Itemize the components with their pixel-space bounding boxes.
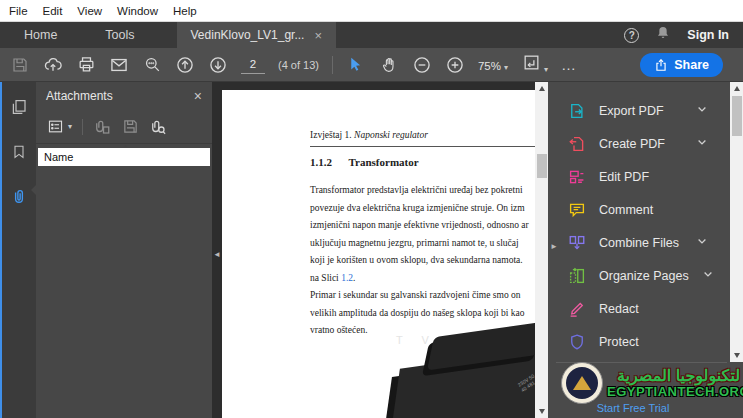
search-attachments-icon[interactable] — [149, 118, 167, 136]
zoom-in-icon[interactable] — [445, 55, 465, 75]
chevron-down-icon[interactable]: ▾ — [68, 122, 72, 131]
chevron-down-icon[interactable] — [696, 235, 708, 250]
scrollbar-thumb[interactable] — [537, 154, 547, 178]
tool-label: Organize Pages — [599, 269, 689, 283]
document-area: ◄ Izvještaj 1. Naponski regulator 1.1.2 … — [212, 82, 548, 418]
tool-label: Edit PDF — [599, 170, 649, 184]
tool-label: Combine Files — [599, 236, 679, 250]
edit-pdf-icon — [568, 168, 586, 186]
text-line: na Slici 1.2. — [310, 270, 529, 288]
tool-create-pdf[interactable]: Create PDF — [548, 127, 716, 160]
tool-protect[interactable]: Protect — [548, 325, 716, 358]
page-fit-dropdown[interactable]: ▾ — [521, 53, 548, 77]
select-tool-icon[interactable] — [346, 55, 366, 75]
email-icon[interactable] — [109, 55, 129, 75]
text-line: povezuje dva električna kruga izmjenične… — [310, 200, 529, 218]
tool-label: Export PDF — [599, 104, 664, 118]
open-attachment-icon[interactable] — [93, 118, 111, 136]
tab-document[interactable]: VedinKlovo_LV1_gr... × — [177, 22, 336, 48]
section-title: Transformator — [349, 156, 419, 168]
list-options-icon[interactable] — [46, 118, 64, 136]
attachments-toolbar-divider — [82, 119, 83, 135]
tab-home[interactable]: Home — [0, 22, 81, 48]
text-line: koji je korišten u ovom sklopu, dva seku… — [310, 252, 529, 270]
more-tools-icon[interactable]: … — [561, 56, 577, 73]
page-thumbnails-icon[interactable] — [10, 98, 28, 120]
menu-edit[interactable]: Edit — [43, 5, 63, 17]
comment-icon — [568, 201, 586, 219]
document-scrollbar[interactable] — [535, 82, 548, 418]
organize-pages-icon — [568, 267, 586, 285]
scrollbar-thumb[interactable] — [732, 96, 742, 136]
body-text: Transformator predstavlja električni ure… — [310, 182, 529, 340]
scroll-up-icon[interactable] — [535, 82, 548, 95]
print-icon[interactable] — [76, 55, 96, 75]
search-icon[interactable] — [142, 55, 162, 75]
tool-comment[interactable]: Comment — [548, 193, 716, 226]
tab-tools[interactable]: Tools — [81, 22, 158, 48]
chevron-down-icon[interactable] — [696, 136, 708, 151]
share-button[interactable]: Share — [640, 53, 723, 77]
sort-ascending-icon: ˆ — [124, 144, 127, 154]
document-tab-label: VedinKlovo_LV1_gr... — [191, 28, 305, 42]
protect-shield-icon — [568, 333, 586, 351]
tool-redact[interactable]: Redact — [548, 292, 716, 325]
sign-in-button[interactable]: Sign In — [687, 28, 729, 42]
share-label: Share — [674, 58, 709, 72]
tool-edit-pdf[interactable]: Edit PDF — [548, 160, 716, 193]
page-fit-icon — [521, 53, 541, 73]
running-header-title: Naponski regulator — [354, 130, 428, 140]
save-icon[interactable] — [10, 55, 30, 75]
figure-reference-link[interactable]: 1.2 — [341, 273, 353, 283]
text-line: Primar i sekundar su galvanski razdvojen… — [310, 287, 529, 305]
export-pdf-icon — [568, 102, 586, 120]
attachments-paperclip-icon[interactable] — [10, 188, 28, 210]
share-icon — [654, 58, 668, 72]
zoom-level-value: 75% — [478, 60, 501, 72]
next-page-icon[interactable] — [208, 55, 228, 75]
chevron-down-icon[interactable] — [702, 268, 714, 283]
watermark-site-text: EGYPTIANTECH.ORG — [607, 385, 743, 399]
chevron-down-icon[interactable] — [696, 103, 708, 118]
tool-combine-files[interactable]: Combine Files — [548, 226, 716, 259]
left-navigation-rail — [0, 82, 36, 418]
pdf-page: Izvještaj 1. Naponski regulator 1.1.2 Tr… — [222, 90, 548, 418]
text-line: uključuju magnetnu jezgru, primarni namo… — [310, 235, 529, 253]
scroll-up-icon[interactable] — [730, 82, 743, 95]
zoom-out-icon[interactable] — [412, 55, 432, 75]
menu-view[interactable]: View — [77, 5, 102, 17]
watermark-arabic-text: لتكنولوجيا المصرية — [617, 368, 740, 385]
tool-organize-pages[interactable]: Organize Pages — [548, 259, 716, 292]
previous-page-icon[interactable] — [175, 55, 195, 75]
menu-help[interactable]: Help — [173, 5, 197, 17]
combine-files-icon — [568, 234, 586, 252]
watermark-texts: لتكنولوجيا المصرية EGYPTIANTECH.ORG — [607, 368, 743, 398]
chevron-down-icon: ▾ — [504, 63, 508, 72]
running-header: Izvještaj 1. Naponski regulator — [310, 130, 428, 140]
attachments-name-column-header[interactable]: Name ˆ — [38, 148, 210, 166]
tools-list: Export PDF Create PDF — [548, 94, 716, 358]
scroll-down-icon[interactable] — [535, 405, 548, 418]
notifications-bell-icon[interactable] — [655, 25, 671, 45]
cloud-upload-icon[interactable] — [43, 55, 63, 75]
zoom-level-dropdown[interactable]: 75%▾ — [478, 56, 508, 74]
collapse-panel-arrow-icon[interactable]: ◄ — [213, 250, 221, 259]
bookmarks-icon[interactable] — [11, 144, 27, 164]
attachments-header: Attachments × — [36, 82, 212, 110]
hand-tool-icon[interactable] — [379, 55, 399, 75]
tvz-watermark: T V — [396, 334, 437, 346]
close-icon[interactable]: × — [314, 29, 322, 42]
tabbar-right: ? Sign In — [624, 22, 743, 48]
close-icon[interactable]: × — [194, 88, 202, 104]
save-attachment-icon[interactable] — [121, 118, 139, 136]
tool-label: Redact — [599, 302, 639, 316]
page-number-input[interactable] — [241, 56, 265, 74]
help-icon[interactable]: ? — [624, 28, 639, 43]
menu-file[interactable]: File — [9, 5, 28, 17]
menu-window[interactable]: Window — [117, 5, 158, 17]
attachments-title: Attachments — [46, 89, 113, 103]
tool-export-pdf[interactable]: Export PDF — [548, 94, 716, 127]
main-toolbar: (4 of 13) 75%▾ ▾ … Share — [0, 48, 743, 82]
tools-panel-scrollbar[interactable] — [730, 82, 743, 362]
running-header-label: Izvještaj 1. — [310, 130, 352, 140]
